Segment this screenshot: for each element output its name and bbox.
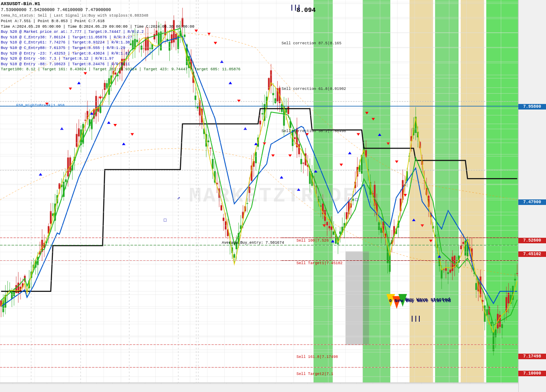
price-chart — [0, 0, 546, 392]
time-axis — [0, 383, 518, 392]
chart-container: AXSUSDT-Bin.H1 7.53900000 7.54200000 7.4… — [0, 0, 546, 392]
